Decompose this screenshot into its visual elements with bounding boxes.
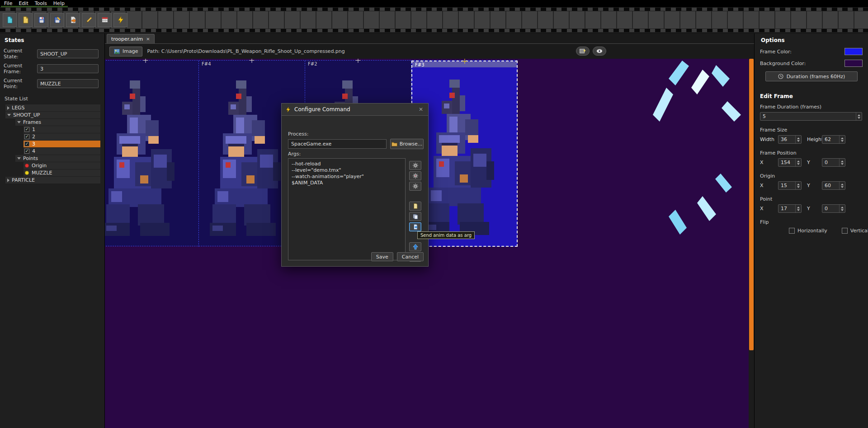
expander-expanded-icon[interactable] [7, 114, 11, 116]
menu-file[interactable]: File [1, 0, 15, 7]
arg-add-button[interactable] [409, 161, 421, 170]
origin-y-spinner[interactable] [822, 181, 845, 190]
spinner-arrows[interactable] [839, 205, 845, 212]
position-y-input[interactable] [822, 159, 839, 166]
arg-item[interactable]: $ANIM_DATA [292, 180, 402, 186]
canvas-scrollbar[interactable] [749, 59, 754, 428]
frame-duration-input[interactable] [760, 113, 856, 120]
height-spinner[interactable] [822, 135, 845, 144]
new-arg-file-button[interactable] [409, 202, 421, 211]
tree-item-particle[interactable]: PARTICLE [5, 177, 100, 183]
frame-checkbox[interactable] [24, 149, 29, 154]
origin-x-spinner[interactable] [778, 181, 802, 190]
tree-frame-1[interactable]: 1 [24, 126, 100, 133]
arg-item[interactable]: --watch-animations="player" [292, 174, 402, 180]
arg-item[interactable]: --level="demo.tmx" [292, 167, 402, 174]
frame-marker-cross-icon[interactable] [356, 59, 361, 63]
frame-marker-cross-icon[interactable] [250, 59, 255, 63]
move-arg-up-button[interactable] [409, 242, 421, 251]
configure-command-button[interactable] [113, 13, 127, 27]
dialog-title-bar[interactable]: Configure Command ✕ [282, 103, 428, 116]
current-state-input[interactable] [37, 49, 99, 58]
height-input[interactable] [822, 136, 839, 143]
canvas-scrollbar-thumb[interactable] [749, 59, 754, 350]
frame-checkbox[interactable] [24, 134, 29, 139]
frame-color-swatch[interactable] [844, 48, 863, 55]
frame-duration-spinner[interactable] [760, 112, 862, 121]
save-file-button[interactable] [34, 13, 48, 27]
flip-vertical-checkbox[interactable] [842, 228, 848, 234]
tree-item-legs[interactable]: LEGS [5, 104, 100, 111]
tree-point-origin[interactable]: Origin [24, 162, 100, 169]
frame-checkbox[interactable] [24, 141, 29, 146]
save-button[interactable]: Save [371, 252, 393, 261]
tree-group-frames[interactable]: Frames [15, 119, 100, 126]
anim-frame-1[interactable] [105, 61, 199, 247]
arg-edit-button[interactable] [409, 182, 421, 191]
tab-close-icon[interactable]: ✕ [146, 37, 150, 42]
frame-checkbox[interactable] [24, 127, 29, 132]
spinner-arrows[interactable] [795, 182, 801, 189]
frame-marker-cross-icon[interactable] [462, 59, 467, 64]
arg-item[interactable]: --hot-reload [292, 161, 402, 167]
current-point-input[interactable] [37, 79, 99, 88]
tree-item-shoot-up[interactable]: SHOOT_UP [5, 112, 100, 118]
preview-sparkle-button[interactable] [576, 47, 590, 56]
args-list[interactable]: --hot-reload --level="demo.tmx" --watch-… [288, 158, 406, 260]
expander-expanded-icon[interactable] [17, 121, 21, 123]
tree-frame-3-selected[interactable]: 3 [24, 141, 100, 147]
position-x-input[interactable] [778, 159, 795, 166]
edit-button[interactable] [82, 13, 96, 27]
cancel-button[interactable]: Cancel [397, 252, 424, 261]
background-color-swatch[interactable] [844, 60, 863, 67]
spritesheet-grid-button[interactable] [98, 13, 112, 27]
position-y-spinner[interactable] [822, 158, 845, 167]
spinner-arrows[interactable] [795, 205, 801, 212]
flip-horizontal-checkbox[interactable] [789, 228, 795, 234]
width-spinner[interactable] [778, 135, 802, 144]
copy-arg-button[interactable] [409, 212, 421, 221]
current-frame-input[interactable] [37, 64, 99, 73]
spinner-arrows[interactable] [795, 159, 801, 166]
browse-button[interactable]: Browse... [390, 139, 424, 149]
dialog-close-icon[interactable]: ✕ [417, 106, 425, 113]
point-x-input[interactable] [778, 205, 795, 212]
animation-canvas[interactable]: F#4 F#2 F#3 [105, 59, 754, 428]
point-y-input[interactable] [822, 205, 839, 212]
tab-trooper-anim[interactable]: trooper.anim ✕ [107, 34, 155, 43]
duration-button[interactable]: Duration (frames 60Hz) [765, 71, 858, 81]
image-button[interactable]: Image [109, 47, 142, 56]
spinner-arrows[interactable] [839, 136, 845, 143]
arg-remove-button[interactable] [409, 171, 421, 180]
origin-y-input[interactable] [822, 182, 839, 189]
origin-x-input[interactable] [778, 182, 795, 189]
expander-expanded-icon[interactable] [17, 157, 21, 160]
import-image-button[interactable] [66, 13, 80, 27]
tree-group-points[interactable]: Points [15, 155, 100, 162]
visibility-button[interactable] [593, 47, 606, 56]
tree-frame-2[interactable]: 2 [24, 133, 100, 140]
save-as-button[interactable] [50, 13, 64, 27]
frame-marker-cross-icon[interactable] [143, 59, 148, 63]
tree-point-muzzle[interactable]: MUZZLE [24, 169, 100, 176]
spinner-arrows[interactable] [856, 113, 862, 120]
options-panel: Options Frame Color: Background Color: D… [754, 33, 868, 428]
spinner-arrows[interactable] [795, 136, 801, 143]
spinner-arrows[interactable] [839, 159, 845, 166]
menu-edit[interactable]: Edit [15, 0, 31, 7]
expander-collapsed-icon[interactable] [7, 179, 9, 182]
process-input[interactable] [288, 139, 387, 149]
point-y-spinner[interactable] [822, 204, 845, 213]
menu-help[interactable]: Help [50, 0, 68, 7]
states-panel: States Current State: Current Frame: Cur… [0, 33, 105, 428]
menu-tools[interactable]: Tools [32, 0, 50, 7]
new-file-button[interactable] [3, 13, 17, 27]
spinner-arrows[interactable] [839, 182, 845, 189]
expander-collapsed-icon[interactable] [7, 106, 9, 110]
tree-frame-4[interactable]: 4 [24, 148, 100, 155]
position-x-spinner[interactable] [778, 158, 802, 167]
send-anim-data-button[interactable] [409, 222, 421, 231]
width-input[interactable] [778, 136, 795, 143]
open-file-button[interactable] [19, 13, 33, 27]
point-x-spinner[interactable] [778, 204, 802, 213]
